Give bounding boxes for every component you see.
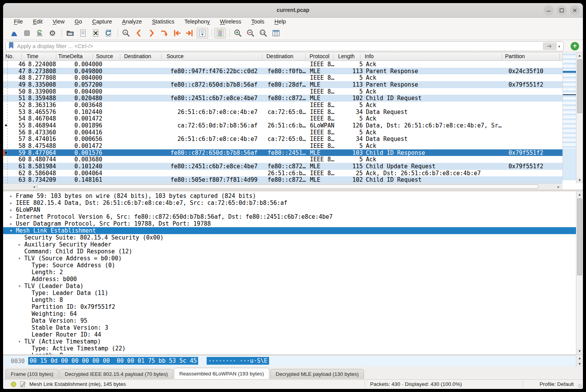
detail-line-7[interactable]: ▸Auxiliary Security Header	[3, 241, 576, 248]
hex-bytes-highlight[interactable]: 00 15 0d 00 00 00 00 00 00 00 01 75 bb 5…	[28, 357, 198, 365]
packet-row-46[interactable]: 468.2240080.004000IEEE 8…5Ack	[3, 61, 562, 68]
column-header-source-3[interactable]: Source	[96, 53, 113, 59]
reload-file-button[interactable]	[103, 28, 114, 39]
detail-line-1[interactable]: ▸IEEE 802.15.4 Data, Dst: 26:51:c6:b7:e8…	[3, 199, 576, 206]
detail-line-15[interactable]: Length: 8	[3, 297, 576, 303]
menu-wireless[interactable]: Wireless	[215, 18, 246, 25]
column-separator[interactable]	[333, 54, 333, 60]
packet-row-54[interactable]: 548.4670480.001472IEEE 8…5Ack	[3, 115, 562, 122]
column-header-destination-4[interactable]: Destination	[124, 53, 151, 59]
last-packet-button[interactable]	[184, 28, 195, 39]
column-header-timedelta-2[interactable]: TimeDelta	[58, 53, 83, 59]
column-separator[interactable]	[120, 54, 120, 60]
packet-list-vscrollbar[interactable]: ▲ ▼	[576, 52, 583, 183]
expert-info-icon[interactable]	[11, 382, 16, 387]
collapse-triangle-icon[interactable]: ▾	[10, 227, 12, 234]
detail-line-3[interactable]: ▸Internet Protocol Version 6, Src: fe80:…	[3, 213, 576, 220]
column-separator[interactable]	[93, 54, 93, 60]
column-separator[interactable]	[161, 54, 162, 60]
previous-packet-button[interactable]	[133, 28, 145, 39]
detail-line-21[interactable]: ▾TLV (Active Timestamp)	[3, 338, 576, 345]
packet-row-52[interactable]: 528.3631360.003648IEEE 8…5Ack	[3, 102, 562, 109]
detail-line-11[interactable]: Length: 2	[3, 269, 576, 276]
detail-line-20[interactable]: Leader Router ID: 44	[3, 331, 576, 338]
detail-line-8[interactable]: Command: Child ID Response (12)	[3, 248, 576, 255]
packet-row-48[interactable]: 488.2778080.004000IEEE 8…5Ack	[3, 74, 562, 81]
packet-row-53[interactable]: 538.4655760.10244026:51:c6:b7:e8:ce:4b:e…	[3, 109, 562, 116]
menu-edit[interactable]: Edit	[28, 18, 47, 25]
byte-tab-2[interactable]: Reassembled 6LoWPAN (193 bytes)	[174, 368, 269, 379]
expand-triangle-icon[interactable]: ▸	[10, 199, 12, 206]
packet-row-60[interactable]: 608.4807440.003680IEEE 8…5Ack	[3, 156, 562, 163]
find-packet-button[interactable]: A	[120, 28, 132, 39]
stop-capture-button[interactable]	[21, 28, 33, 39]
status-profile[interactable]: Profile: Default	[539, 381, 574, 387]
detail-line-13[interactable]: ▾TLV (Leader Data)	[3, 283, 576, 290]
close-file-button[interactable]	[90, 28, 101, 39]
first-packet-button[interactable]	[171, 28, 183, 39]
collapse-triangle-icon[interactable]: ▾	[18, 283, 21, 290]
capture-options-button[interactable]: ⚙	[47, 28, 58, 39]
packet-row-57[interactable]: 578.4740160.00065626:51:c6:b7:e8:ce:4b:e…	[3, 136, 562, 142]
column-separator[interactable]	[305, 54, 306, 60]
apply-filter-button[interactable]	[543, 42, 557, 50]
detail-line-2[interactable]: ▸6LoWPAN	[3, 206, 576, 213]
start-capture-button[interactable]	[8, 28, 20, 39]
detail-line-18[interactable]: Data Version: 95	[3, 317, 576, 324]
column-header-protocol-7[interactable]: Protocol	[310, 53, 329, 59]
collapse-triangle-icon[interactable]: ▾	[18, 338, 21, 345]
column-header-destination-6[interactable]: Destination	[266, 53, 293, 59]
expand-triangle-icon[interactable]: ▸	[10, 206, 12, 213]
add-filter-button[interactable]: +	[571, 42, 579, 50]
packet-row-56[interactable]: 568.4733600.004416IEEE 8…5Ack	[3, 129, 562, 136]
expand-triangle-icon[interactable]: ▸	[10, 193, 12, 199]
column-header-source-5[interactable]: Source	[167, 53, 184, 59]
expand-triangle-icon[interactable]: ▸	[10, 220, 12, 227]
column-separator[interactable]	[502, 54, 502, 60]
colorize-button[interactable]	[214, 28, 226, 39]
detail-line-17[interactable]: Weighting: 64	[3, 310, 576, 317]
restart-capture-button[interactable]	[34, 28, 45, 39]
packet-row-63[interactable]: 638.7342090.148161fe80::505e:f807:7f81:4…	[3, 176, 562, 183]
scroll-thumb[interactable]	[577, 59, 582, 113]
open-file-button[interactable]	[64, 28, 76, 39]
menu-go[interactable]: Go	[70, 18, 87, 25]
menu-telephony[interactable]: Telephony	[179, 18, 215, 25]
zoom-in-button[interactable]	[232, 28, 244, 39]
column-header-partition-10[interactable]: Partition	[505, 53, 525, 59]
scroll-down-arrow[interactable]: ▼	[576, 361, 583, 367]
scroll-up-arrow[interactable]: ▲	[576, 52, 583, 59]
resize-columns-button[interactable]	[270, 28, 282, 39]
zoom-out-button[interactable]	[245, 28, 256, 39]
next-packet-button[interactable]	[146, 28, 157, 39]
menu-capture[interactable]: Capture	[87, 18, 117, 25]
column-separator[interactable]	[56, 54, 56, 60]
detail-line-14[interactable]: Type: Leader Data (11)	[3, 290, 576, 297]
column-separator[interactable]	[262, 54, 263, 60]
filter-dropdown-caret[interactable]: ▾	[558, 44, 560, 49]
bytes-vscrollbar[interactable]: ▲ ▼	[576, 355, 583, 367]
menu-analyze[interactable]: Analyze	[117, 18, 147, 25]
save-file-button[interactable]	[77, 28, 89, 39]
intelligent-scrollbar-minimap[interactable]	[562, 52, 576, 180]
menu-view[interactable]: View	[47, 18, 69, 25]
detail-line-4[interactable]: ▸User Datagram Protocol, Src Port: 19788…	[3, 220, 576, 227]
packet-row-51[interactable]: 518.3594880.020480fe80::2451:c6b7:e8ce:4…	[3, 95, 562, 102]
byte-tab-1[interactable]: Decrypted IEEE 802.15.4 payload (70 byte…	[59, 369, 173, 379]
column-separator[interactable]	[21, 54, 22, 60]
detail-line-9[interactable]: ▾TLV (Source Address = b0:00)	[3, 255, 576, 262]
packet-row-55[interactable]: 558.4689440.001896ca:72:65:0d:b7:b8:56:a…	[3, 122, 562, 129]
packet-row-61[interactable]: 618.5819840.101240fe80::2451:c6b7:e8ce:4…	[3, 163, 562, 170]
maximize-button[interactable]	[557, 5, 567, 15]
column-separator[interactable]	[360, 54, 360, 60]
filter-bookmark-icon[interactable]	[8, 42, 14, 50]
collapse-triangle-icon[interactable]: ▾	[18, 255, 21, 262]
details-vscrollbar[interactable]: ▲ ▼	[576, 191, 583, 354]
auto-scroll-button[interactable]	[197, 28, 208, 39]
display-filter-input[interactable]	[16, 43, 543, 50]
column-separator[interactable]	[559, 54, 560, 60]
hscroll-thumb[interactable]	[37, 184, 538, 189]
detail-line-6[interactable]: Security Suite: 802.15.4 Security (0x00)	[3, 234, 576, 241]
packet-row-49[interactable]: 498.3350080.057200fe80::c872:650d:b7b8:5…	[3, 81, 562, 88]
packet-row-62[interactable]: 628.5860480.00406426:51:c6:b…IEEE 8…25Ac…	[3, 170, 562, 177]
